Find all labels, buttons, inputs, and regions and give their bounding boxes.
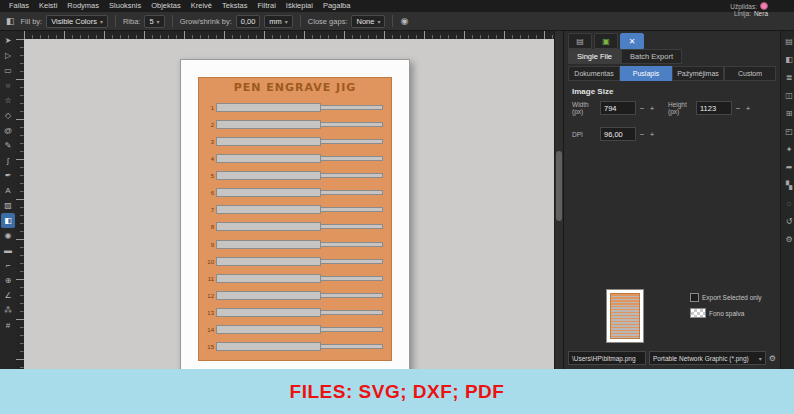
export-selected-checkbox[interactable] xyxy=(690,293,699,302)
preferences-icon[interactable]: ⚙ xyxy=(785,235,792,244)
pen-slot[interactable] xyxy=(216,307,386,319)
dpi-increment-button[interactable]: + xyxy=(648,130,656,139)
export-dialog-tab[interactable]: ✕ xyxy=(620,33,644,49)
dialog-tabs: ▤▣✕ xyxy=(568,33,644,49)
width-input[interactable]: 794 xyxy=(600,101,636,115)
box3d-tool[interactable]: ◇ xyxy=(1,108,15,123)
eraser-tool[interactable]: ▬ xyxy=(1,243,15,258)
transform-icon[interactable]: ◰ xyxy=(785,127,793,136)
menu-filtrai[interactable]: Filtrai xyxy=(252,0,280,12)
undo-history-icon[interactable]: ↺ xyxy=(786,217,793,226)
pen-slot[interactable] xyxy=(216,239,386,251)
align-icon[interactable]: ⊞ xyxy=(786,109,793,118)
layers-icon[interactable]: ≣ xyxy=(786,73,793,82)
width-increment-button[interactable]: + xyxy=(648,104,656,113)
menu-sluoksnis[interactable]: Sluoksnis xyxy=(104,0,146,12)
pen-slot[interactable] xyxy=(216,102,386,114)
pen-slot[interactable] xyxy=(216,187,386,199)
pen-slot[interactable] xyxy=(216,290,386,302)
spiral-tool[interactable]: @ xyxy=(1,123,15,138)
menu-keisti[interactable]: Keisti xyxy=(34,0,62,12)
calligraphy-tool[interactable]: ✒ xyxy=(1,168,15,183)
ellipse-tool[interactable]: ○ xyxy=(1,78,15,93)
swatches-dialog-tab[interactable]: ▣ xyxy=(594,33,618,49)
export-icon[interactable]: ➦ xyxy=(786,163,793,172)
dropper-tool[interactable]: ◉ xyxy=(1,228,15,243)
background-color-swatch[interactable] xyxy=(690,308,706,318)
pen-slot[interactable] xyxy=(216,136,386,148)
pen-slot[interactable] xyxy=(216,204,386,216)
export-selected-option[interactable]: Export Selected only xyxy=(690,293,762,302)
pen-slot[interactable] xyxy=(216,153,386,165)
vertical-ruler[interactable] xyxy=(16,39,24,369)
width-decrement-button[interactable]: − xyxy=(638,104,646,113)
menu-pagalba[interactable]: Pagalba xyxy=(318,0,356,12)
dpi-decrement-button[interactable]: − xyxy=(638,130,646,139)
pen-slot[interactable] xyxy=(216,324,386,336)
tab-puslapis[interactable]: Puslapis xyxy=(620,66,672,81)
pen-slot[interactable] xyxy=(216,273,386,285)
slot-row: 2 xyxy=(205,117,386,132)
dpi-input[interactable]: 96,00 xyxy=(600,127,636,141)
close-gaps-select[interactable]: None ▾ xyxy=(351,15,385,28)
measure-tool[interactable]: ∠ xyxy=(1,288,15,303)
pen-slot-body xyxy=(216,137,321,146)
pen-slot[interactable] xyxy=(216,256,386,268)
menu-tekstas[interactable]: Tekstas xyxy=(217,0,252,12)
tab-batch-export[interactable]: Batch Export xyxy=(621,49,682,64)
slot-number: 5 xyxy=(205,173,214,179)
tab-single-file[interactable]: Single File xyxy=(568,49,621,64)
filename-input[interactable]: \Users\HP\bitmap.png xyxy=(568,351,646,365)
pen-slot[interactable] xyxy=(216,170,386,182)
gradient-tool[interactable]: ▨ xyxy=(1,198,15,213)
rectangle-tool[interactable]: ▭ xyxy=(1,63,15,78)
pen-slot[interactable] xyxy=(216,119,386,131)
unit-select[interactable]: mm ▾ xyxy=(264,15,293,28)
find-icon[interactable]: ◌ xyxy=(787,199,792,208)
menu-iskiepiai[interactable]: Iškiepiai xyxy=(281,0,318,12)
selector-tool[interactable]: ➤ xyxy=(1,33,15,48)
toolbar-settings-icon[interactable]: ◉ xyxy=(400,16,408,26)
scrollbar-thumb[interactable] xyxy=(556,151,562,221)
mesh-tool[interactable]: # xyxy=(1,318,15,333)
height-input[interactable]: 1123 xyxy=(696,101,732,115)
bezier-tool[interactable]: ʃ xyxy=(1,153,15,168)
background-color-option[interactable]: Fono spalva xyxy=(690,308,744,318)
pen-jig-design[interactable]: PEN ENGRAVE JIG 123456789101112131415 xyxy=(198,77,392,361)
menu-failas[interactable]: Failas xyxy=(4,0,34,12)
tab-custom[interactable]: Custom xyxy=(724,66,776,81)
xml-editor-icon[interactable]: ▚ xyxy=(786,181,792,190)
pencil-tool[interactable]: ✎ xyxy=(1,138,15,153)
menu-objektas[interactable]: Objektas xyxy=(146,0,186,12)
fill-stroke-icon[interactable]: ◧ xyxy=(785,55,793,64)
fill-by-label: Fill by: xyxy=(21,17,43,26)
fill-color-swatch[interactable] xyxy=(760,2,768,10)
tab-dokumentas[interactable]: Dokumentas xyxy=(568,66,620,81)
symbols-icon[interactable]: ✦ xyxy=(786,145,793,154)
star-tool[interactable]: ☆ xyxy=(1,93,15,108)
menu-rodymas[interactable]: Rodymas xyxy=(62,0,104,12)
objects-icon[interactable]: ◫ xyxy=(785,91,793,100)
canvas-vertical-scrollbar[interactable] xyxy=(554,31,563,369)
zoom-tool[interactable]: ⊕ xyxy=(1,273,15,288)
threshold-input[interactable]: 5 ▾ xyxy=(144,15,164,28)
connector-tool[interactable]: ⌐ xyxy=(1,258,15,273)
export-settings-gear-icon[interactable]: ⚙ xyxy=(769,354,776,363)
height-increment-button[interactable]: + xyxy=(744,104,752,113)
paint-bucket-tool[interactable]: ◧ xyxy=(1,213,15,228)
text-tool[interactable]: A xyxy=(1,183,15,198)
swatches-icon[interactable]: ▤ xyxy=(785,37,793,46)
menu-kreive[interactable]: Kreivė xyxy=(186,0,217,12)
spray-tool[interactable]: ⁂ xyxy=(1,303,15,318)
pen-slot[interactable] xyxy=(216,221,386,233)
canvas[interactable]: PEN ENGRAVE JIG 123456789101112131415 xyxy=(24,39,554,369)
horizontal-ruler[interactable] xyxy=(24,31,554,39)
tab-pazymejimas[interactable]: Pažymėjimas xyxy=(672,66,724,81)
pen-slot[interactable] xyxy=(216,341,386,353)
fill-by-select[interactable]: Visible Colors ▾ xyxy=(46,15,108,28)
node-tool[interactable]: ▷ xyxy=(1,48,15,63)
format-select[interactable]: Portable Network Graphic (*.png) ▾ xyxy=(649,351,766,365)
height-decrement-button[interactable]: − xyxy=(734,104,742,113)
grow-shrink-input[interactable]: 0,00 xyxy=(236,15,261,28)
document-dialog-tab[interactable]: ▤ xyxy=(568,33,592,49)
